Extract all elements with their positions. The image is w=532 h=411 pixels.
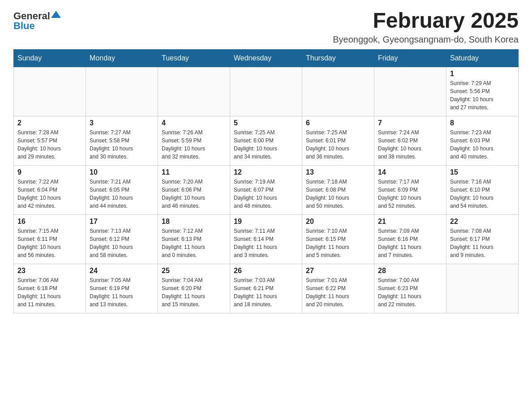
day-info: Sunrise: 7:01 AM Sunset: 6:22 PM Dayligh… — [306, 277, 349, 308]
day-number: 23 — [17, 267, 82, 275]
day-number: 27 — [306, 267, 370, 275]
weekday-header-wednesday: Wednesday — [230, 49, 302, 67]
day-number: 26 — [234, 267, 298, 275]
weekday-header-sunday: Sunday — [14, 49, 86, 67]
calendar-cell: 3Sunrise: 7:27 AM Sunset: 5:58 PM Daylig… — [86, 116, 158, 165]
calendar-cell — [86, 67, 158, 116]
day-info: Sunrise: 7:29 AM Sunset: 5:56 PM Dayligh… — [450, 80, 493, 111]
day-info: Sunrise: 7:08 AM Sunset: 6:17 PM Dayligh… — [450, 228, 493, 258]
calendar-cell: 1Sunrise: 7:29 AM Sunset: 5:56 PM Daylig… — [446, 67, 519, 116]
day-info: Sunrise: 7:03 AM Sunset: 6:21 PM Dayligh… — [234, 277, 277, 308]
day-info: Sunrise: 7:26 AM Sunset: 5:59 PM Dayligh… — [162, 129, 205, 160]
weekday-header-saturday: Saturday — [446, 49, 519, 67]
calendar-cell: 26Sunrise: 7:03 AM Sunset: 6:21 PM Dayli… — [230, 264, 302, 313]
day-number: 6 — [306, 119, 370, 127]
calendar-cell — [14, 67, 86, 116]
day-info: Sunrise: 7:13 AM Sunset: 6:12 PM Dayligh… — [90, 228, 133, 258]
day-info: Sunrise: 7:11 AM Sunset: 6:14 PM Dayligh… — [234, 228, 277, 258]
weekday-header-thursday: Thursday — [302, 49, 374, 67]
calendar-week-row: 16Sunrise: 7:15 AM Sunset: 6:11 PM Dayli… — [14, 214, 519, 264]
day-info: Sunrise: 7:04 AM Sunset: 6:20 PM Dayligh… — [162, 277, 205, 308]
day-info: Sunrise: 7:27 AM Sunset: 5:58 PM Dayligh… — [90, 129, 133, 160]
day-info: Sunrise: 7:19 AM Sunset: 6:07 PM Dayligh… — [234, 179, 277, 209]
day-number: 12 — [234, 168, 298, 176]
day-info: Sunrise: 7:28 AM Sunset: 5:57 PM Dayligh… — [17, 129, 61, 160]
weekday-header-tuesday: Tuesday — [158, 49, 230, 67]
weekday-header-row: SundayMondayTuesdayWednesdayThursdayFrid… — [14, 49, 519, 67]
day-number: 10 — [90, 168, 154, 176]
day-number: 2 — [17, 119, 82, 127]
calendar-week-row: 9Sunrise: 7:22 AM Sunset: 6:04 PM Daylig… — [14, 165, 519, 214]
day-number: 25 — [162, 267, 226, 275]
calendar-cell: 9Sunrise: 7:22 AM Sunset: 6:04 PM Daylig… — [14, 165, 86, 214]
day-number: 1 — [450, 70, 515, 78]
day-info: Sunrise: 7:20 AM Sunset: 6:06 PM Dayligh… — [162, 179, 205, 209]
calendar-cell: 10Sunrise: 7:21 AM Sunset: 6:05 PM Dayli… — [86, 165, 158, 214]
day-number: 20 — [306, 218, 370, 226]
calendar-table: SundayMondayTuesdayWednesdayThursdayFrid… — [13, 49, 519, 313]
calendar-cell: 17Sunrise: 7:13 AM Sunset: 6:12 PM Dayli… — [86, 214, 158, 264]
calendar-cell — [302, 67, 374, 116]
calendar-cell: 22Sunrise: 7:08 AM Sunset: 6:17 PM Dayli… — [446, 214, 519, 264]
day-info: Sunrise: 7:09 AM Sunset: 6:16 PM Dayligh… — [378, 228, 421, 258]
calendar-week-row: 2Sunrise: 7:28 AM Sunset: 5:57 PM Daylig… — [14, 116, 519, 165]
month-title: February 2025 — [333, 9, 519, 33]
day-number: 17 — [90, 218, 154, 226]
calendar-cell: 8Sunrise: 7:23 AM Sunset: 6:03 PM Daylig… — [446, 116, 519, 165]
calendar-cell: 7Sunrise: 7:24 AM Sunset: 6:02 PM Daylig… — [374, 116, 446, 165]
calendar-cell: 24Sunrise: 7:05 AM Sunset: 6:19 PM Dayli… — [86, 264, 158, 313]
day-number: 15 — [450, 168, 515, 176]
weekday-header-monday: Monday — [86, 49, 158, 67]
day-info: Sunrise: 7:21 AM Sunset: 6:05 PM Dayligh… — [90, 179, 133, 209]
day-info: Sunrise: 7:25 AM Sunset: 6:01 PM Dayligh… — [306, 129, 349, 160]
calendar-cell: 19Sunrise: 7:11 AM Sunset: 6:14 PM Dayli… — [230, 214, 302, 264]
day-number: 4 — [162, 119, 226, 127]
day-number: 21 — [378, 218, 442, 226]
day-info: Sunrise: 7:15 AM Sunset: 6:11 PM Dayligh… — [17, 228, 61, 258]
day-info: Sunrise: 7:00 AM Sunset: 6:23 PM Dayligh… — [378, 277, 421, 308]
logo-general-text: General — [13, 11, 50, 21]
day-number: 11 — [162, 168, 226, 176]
day-info: Sunrise: 7:25 AM Sunset: 6:00 PM Dayligh… — [234, 129, 277, 160]
day-info: Sunrise: 7:06 AM Sunset: 6:18 PM Dayligh… — [17, 277, 61, 308]
calendar-cell: 28Sunrise: 7:00 AM Sunset: 6:23 PM Dayli… — [374, 264, 446, 313]
day-info: Sunrise: 7:24 AM Sunset: 6:02 PM Dayligh… — [378, 129, 421, 160]
day-number: 14 — [378, 168, 442, 176]
day-info: Sunrise: 7:18 AM Sunset: 6:08 PM Dayligh… — [306, 179, 349, 209]
calendar-cell: 5Sunrise: 7:25 AM Sunset: 6:00 PM Daylig… — [230, 116, 302, 165]
day-number: 8 — [450, 119, 515, 127]
logo-triangle-icon — [51, 11, 61, 18]
day-info: Sunrise: 7:22 AM Sunset: 6:04 PM Dayligh… — [17, 179, 61, 209]
day-info: Sunrise: 7:23 AM Sunset: 6:03 PM Dayligh… — [450, 129, 493, 160]
calendar-cell: 15Sunrise: 7:16 AM Sunset: 6:10 PM Dayli… — [446, 165, 519, 214]
day-number: 19 — [234, 218, 298, 226]
calendar-cell: 21Sunrise: 7:09 AM Sunset: 6:16 PM Dayli… — [374, 214, 446, 264]
day-info: Sunrise: 7:16 AM Sunset: 6:10 PM Dayligh… — [450, 179, 493, 209]
calendar-cell: 18Sunrise: 7:12 AM Sunset: 6:13 PM Dayli… — [158, 214, 230, 264]
day-number: 16 — [17, 218, 82, 226]
calendar-cell: 27Sunrise: 7:01 AM Sunset: 6:22 PM Dayli… — [302, 264, 374, 313]
day-number: 22 — [450, 218, 515, 226]
day-number: 9 — [17, 168, 82, 176]
day-number: 28 — [378, 267, 442, 275]
title-block: February 2025 Byeonggok, Gyeongsangnam-d… — [333, 9, 519, 45]
calendar-cell: 12Sunrise: 7:19 AM Sunset: 6:07 PM Dayli… — [230, 165, 302, 214]
calendar-cell: 20Sunrise: 7:10 AM Sunset: 6:15 PM Dayli… — [302, 214, 374, 264]
day-number: 5 — [234, 119, 298, 127]
calendar-cell: 6Sunrise: 7:25 AM Sunset: 6:01 PM Daylig… — [302, 116, 374, 165]
day-number: 13 — [306, 168, 370, 176]
calendar-cell: 25Sunrise: 7:04 AM Sunset: 6:20 PM Dayli… — [158, 264, 230, 313]
calendar-cell: 2Sunrise: 7:28 AM Sunset: 5:57 PM Daylig… — [14, 116, 86, 165]
day-info: Sunrise: 7:12 AM Sunset: 6:13 PM Dayligh… — [162, 228, 205, 258]
calendar-cell — [374, 67, 446, 116]
day-info: Sunrise: 7:17 AM Sunset: 6:09 PM Dayligh… — [378, 179, 421, 209]
day-info: Sunrise: 7:05 AM Sunset: 6:19 PM Dayligh… — [90, 277, 133, 308]
day-number: 3 — [90, 119, 154, 127]
svg-marker-0 — [51, 11, 61, 18]
day-number: 24 — [90, 267, 154, 275]
calendar-cell: 4Sunrise: 7:26 AM Sunset: 5:59 PM Daylig… — [158, 116, 230, 165]
calendar-cell: 11Sunrise: 7:20 AM Sunset: 6:06 PM Dayli… — [158, 165, 230, 214]
calendar-cell — [158, 67, 230, 116]
calendar-cell: 16Sunrise: 7:15 AM Sunset: 6:11 PM Dayli… — [14, 214, 86, 264]
weekday-header-friday: Friday — [374, 49, 446, 67]
